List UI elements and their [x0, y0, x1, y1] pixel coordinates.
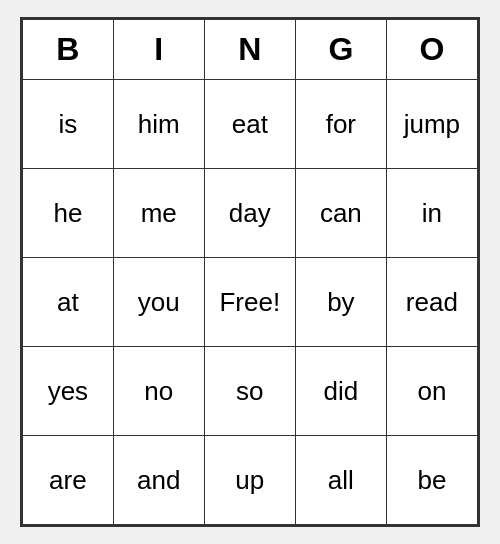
table-cell: be — [386, 436, 477, 525]
table-cell: can — [295, 169, 386, 258]
bingo-table: B I N G O ishimeatforjumphemedaycaninaty… — [22, 19, 478, 525]
table-cell: did — [295, 347, 386, 436]
table-cell: and — [113, 436, 204, 525]
header-row: B I N G O — [23, 20, 478, 80]
table-cell: at — [23, 258, 114, 347]
table-cell: me — [113, 169, 204, 258]
table-cell: jump — [386, 80, 477, 169]
header-o: O — [386, 20, 477, 80]
table-cell: yes — [23, 347, 114, 436]
table-row: atyouFree!byread — [23, 258, 478, 347]
table-cell: on — [386, 347, 477, 436]
table-cell: up — [204, 436, 295, 525]
header-n: N — [204, 20, 295, 80]
table-cell: eat — [204, 80, 295, 169]
table-cell: by — [295, 258, 386, 347]
table-cell: Free! — [204, 258, 295, 347]
table-cell: day — [204, 169, 295, 258]
table-row: hemedaycanin — [23, 169, 478, 258]
table-row: ishimeatforjump — [23, 80, 478, 169]
table-cell: read — [386, 258, 477, 347]
header-i: I — [113, 20, 204, 80]
header-b: B — [23, 20, 114, 80]
table-cell: he — [23, 169, 114, 258]
table-cell: all — [295, 436, 386, 525]
bingo-body: ishimeatforjumphemedaycaninatyouFree!byr… — [23, 80, 478, 525]
table-row: yesnosodidon — [23, 347, 478, 436]
table-cell: so — [204, 347, 295, 436]
header-g: G — [295, 20, 386, 80]
table-cell: in — [386, 169, 477, 258]
table-cell: him — [113, 80, 204, 169]
table-cell: are — [23, 436, 114, 525]
table-cell: you — [113, 258, 204, 347]
table-row: areandupallbe — [23, 436, 478, 525]
table-cell: for — [295, 80, 386, 169]
table-cell: no — [113, 347, 204, 436]
bingo-card: B I N G O ishimeatforjumphemedaycaninaty… — [20, 17, 480, 527]
table-cell: is — [23, 80, 114, 169]
